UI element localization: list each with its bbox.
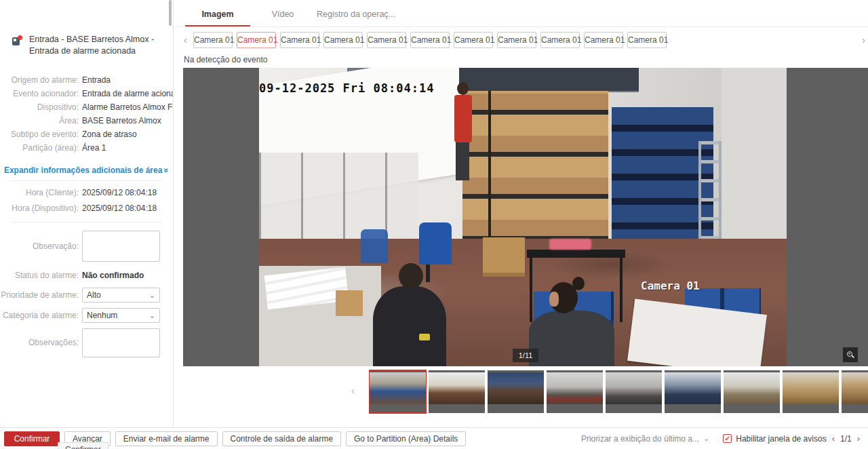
alarm-output-control-button[interactable]: Controle de saída de alarme [222,431,341,446]
thumbnail-3[interactable] [488,370,544,413]
thumbnail-8[interactable] [783,370,839,413]
send-alarm-email-button[interactable]: Enviar e-mail de alarme [115,431,218,446]
camera-snapshot: 09-12-2025 Fri 08:04:14 Camera 01 1/11 [259,68,787,366]
chevron-left-icon[interactable]: ‹ [184,35,193,45]
chevron-down-icon: ⌄ [149,311,155,320]
chevron-right-icon[interactable]: › [853,35,865,45]
page-number: 1/1 [840,434,852,444]
confirm-tooltip: Confirmar [58,442,108,449]
field-label: Evento acionador: [0,87,79,100]
time-value: 2025/09/12 08:04:18 [82,185,157,201]
camera-button-8[interactable]: Camera 01 [497,32,536,48]
tab-imagem[interactable]: Imagem [185,9,250,26]
thumbnail-1[interactable] [370,370,426,413]
chevron-down-icon[interactable]: ⌄ [703,434,709,443]
chevron-double-down-icon: » [162,168,172,173]
priority-label: Prioridade de alarme: [0,288,79,302]
field-value: Zona de atraso [82,128,137,141]
enable-popup-label: Habilitar janela de avisos [736,434,826,444]
enable-popup-checkbox[interactable]: ✓ [723,434,732,443]
field-label: Subtipo de evento: [0,128,79,141]
camera-button-5[interactable]: Camera 01 [367,32,406,48]
observacao-textarea[interactable] [82,231,160,262]
field-value: Área 1 [82,141,106,155]
field-label: Área: [0,114,79,128]
confirm-button[interactable]: Confirmar [4,431,60,446]
page-previous-icon[interactable]: ‹ [831,433,836,444]
video-camera-name-overlay: Camera 01 [641,279,700,292]
thumbnail-9[interactable] [842,370,868,413]
camera-button-2[interactable]: Camera 01 [237,32,276,48]
alarm-header: Entrada - BASE Barretos Almox - Entrada … [0,0,173,57]
time-label: Hora (Dispositivo): [0,201,79,216]
status-value: Não confirmado [82,269,144,282]
tab-bar: Imagem Vídeo Registro da operaç... [174,0,868,27]
goto-partition-details-button[interactable]: Go to Partition (Area) Details [346,431,466,446]
expand-area-info-link[interactable]: Expandir informações adicionais de área» [0,165,173,175]
observacao-label: Observação: [0,231,79,262]
status-label: Status do alarme: [0,269,79,282]
event-detection-caption: Na detecção do evento [184,55,868,64]
image-page-indicator: 1/11 [513,349,538,362]
camera-button-3[interactable]: Camera 01 [280,32,319,48]
camera-button-9[interactable]: Camera 01 [540,32,580,48]
priority-select[interactable]: Alto⌄ [82,288,160,302]
field-label: Origem do alarme: [0,73,79,87]
camera-button-6[interactable]: Camera 01 [410,32,450,48]
category-select[interactable]: Nenhum⌄ [82,308,160,323]
alarm-fields: Origem do alarme:Entrada Evento acionado… [0,73,173,155]
sidebar-scrollbar[interactable] [169,0,172,26]
alarm-title: Entrada - BASE Barretos Almox - Entrada … [29,34,161,57]
main-panel: Imagem Vídeo Registro da operaç... ‹ Cam… [174,0,868,427]
thumbnail-2[interactable] [429,370,485,413]
field-label: Partição (área): [0,141,79,155]
chevron-left-icon[interactable]: ‹ [351,385,355,396]
action-bar: Confirmar Avançar Enviar e-mail de alarm… [0,427,868,449]
time-label: Hora (Cliente): [0,185,79,201]
field-value: Entrada de alarme acionada [82,87,173,100]
page-next-icon[interactable]: › [856,433,861,444]
zoom-in-button[interactable]: + [843,347,858,362]
alarm-icon [12,35,22,45]
camera-button-1[interactable]: Camera 01 [193,32,233,48]
thumbnail-6[interactable] [665,370,721,413]
observacoes-textarea[interactable] [82,328,160,357]
tab-registro-operacao[interactable]: Registro da operaç... [315,9,397,26]
camera-button-11[interactable]: Camera 01 [627,32,667,48]
tab-video[interactable]: Vídeo [250,9,315,26]
thumbnail-strip: ‹ › [357,370,868,414]
magnifier-icon: + [847,351,854,359]
video-player: 09-12-2025 Fri 08:04:14 Camera 01 1/11 + [183,68,868,366]
field-value: BASE Barretos Almox [82,114,161,128]
field-label: Dispositivo: [0,100,79,114]
camera-bar: ‹ Camera 01 Camera 01 Camera 01 Camera 0… [174,32,868,48]
camera-button-7[interactable]: Camera 01 [454,32,493,48]
prioritize-last-alarm-dropdown[interactable]: Priorizar a exibição do último a... [581,434,699,444]
alarm-details-sidebar: Entrada - BASE Barretos Almox - Entrada … [0,0,174,427]
camera-button-10[interactable]: Camera 01 [584,32,623,48]
divider [10,180,163,181]
field-value: Alarme Barretos Almox FR... [82,100,173,114]
thumbnail-4[interactable] [547,370,603,413]
field-value: Entrada [82,73,111,87]
camera-button-4[interactable]: Camera 01 [323,32,363,48]
chevron-down-icon: ⌄ [149,291,155,300]
video-timestamp-overlay: 09-12-2025 Fri 08:04:14 [259,81,434,95]
category-label: Categoria de alarme: [0,308,79,323]
time-value: 2025/09/12 08:04:18 [82,201,157,216]
thumbnail-7[interactable] [724,370,780,413]
observacoes-label: Observações: [0,328,79,357]
thumbnail-5[interactable] [606,370,662,413]
divider [10,222,163,222]
